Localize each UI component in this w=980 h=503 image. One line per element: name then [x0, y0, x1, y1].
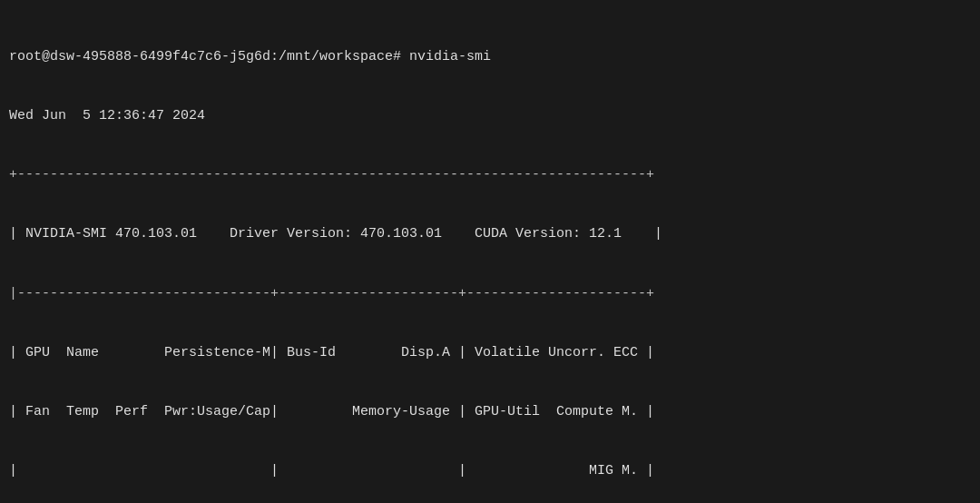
datetime-line: Wed Jun 5 12:36:47 2024	[9, 106, 971, 126]
header1-line: | GPU Name Persistence-M| Bus-Id Disp.A …	[9, 343, 971, 363]
mid-border1: |-------------------------------+-------…	[9, 284, 971, 304]
terminal-window: root@dsw-495888-6499f4c7c6-j5g6d:/mnt/wo…	[0, 0, 980, 503]
top-border: +---------------------------------------…	[9, 165, 971, 185]
header3-line: | | | MIG M. |	[9, 461, 971, 481]
nvidia-info-line: | NVIDIA-SMI 470.103.01 Driver Version: …	[9, 224, 971, 244]
header2-line: | Fan Temp Perf Pwr:Usage/Cap| Memory-Us…	[9, 402, 971, 422]
prompt-line: root@dsw-495888-6499f4c7c6-j5g6d:/mnt/wo…	[9, 47, 971, 67]
